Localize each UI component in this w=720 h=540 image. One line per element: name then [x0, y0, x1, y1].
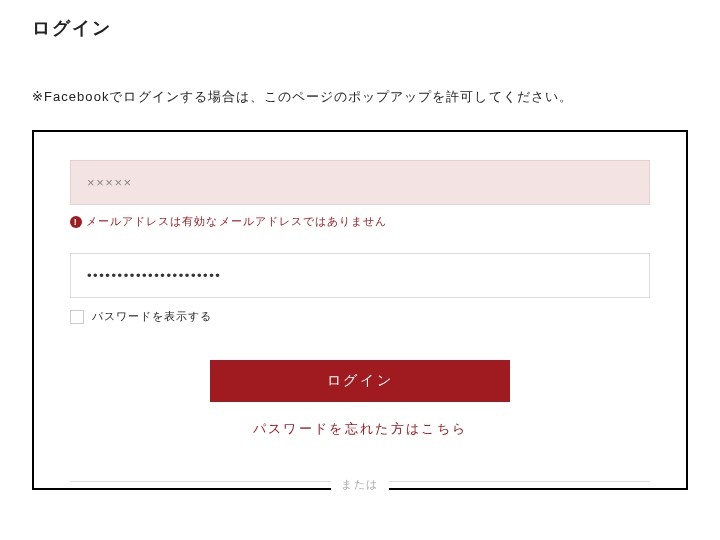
login-button[interactable]: ログイン	[210, 360, 510, 402]
email-error-row: ! メールアドレスは有効なメールアドレスではありません	[70, 215, 650, 229]
forgot-password-link[interactable]: パスワードを忘れた方はこちら	[70, 420, 650, 438]
show-password-label: パスワードを表示する	[92, 310, 213, 324]
email-error-text: メールアドレスは有効なメールアドレスではありません	[86, 215, 387, 229]
login-form: ! メールアドレスは有効なメールアドレスではありません パスワードを表示する ロ…	[32, 130, 688, 490]
show-password-row: パスワードを表示する	[70, 310, 650, 324]
password-input[interactable]	[70, 253, 650, 298]
page-title: ログイン	[32, 16, 688, 40]
divider-text: または	[331, 478, 389, 490]
facebook-notice: ※Facebookでログインする場合は、このページのポップアップを許可してくださ…	[32, 88, 688, 106]
error-icon: !	[70, 216, 82, 228]
divider: または	[70, 474, 650, 488]
email-field-group: ! メールアドレスは有効なメールアドレスではありません	[70, 160, 650, 229]
password-field-group: パスワードを表示する	[70, 253, 650, 324]
show-password-checkbox[interactable]	[70, 310, 84, 324]
email-input[interactable]	[70, 160, 650, 205]
